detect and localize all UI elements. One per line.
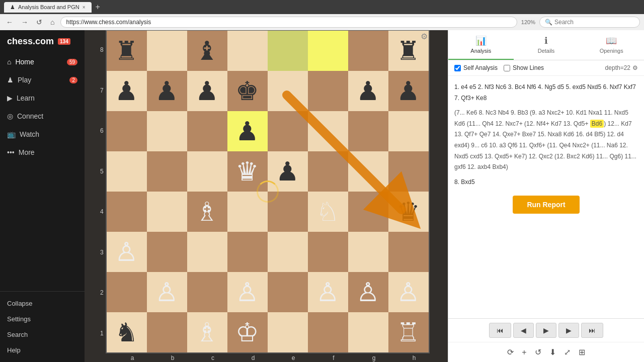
- self-analysis-checkbox[interactable]: [454, 65, 461, 71]
- refresh-btn[interactable]: ↺: [34, 17, 44, 27]
- cell-c6[interactable]: [187, 111, 227, 151]
- cell-e7[interactable]: [268, 71, 308, 111]
- cell-h3[interactable]: [388, 232, 429, 272]
- browser-search[interactable]: 🔍: [539, 17, 640, 28]
- cell-b5[interactable]: [147, 151, 187, 192]
- download-btn[interactable]: ⬇: [547, 345, 558, 359]
- cell-h1[interactable]: ♖: [388, 312, 429, 352]
- cell-a7[interactable]: ♟: [107, 71, 147, 111]
- home-btn[interactable]: ⌂: [48, 17, 56, 27]
- cell-f8[interactable]: [308, 31, 348, 71]
- cell-h5[interactable]: [388, 151, 429, 192]
- cell-g5[interactable]: [348, 151, 388, 192]
- cell-a2[interactable]: [107, 272, 147, 312]
- cell-a8[interactable]: ♜: [107, 31, 147, 71]
- cell-c7[interactable]: ♟: [187, 71, 227, 111]
- cell-d8[interactable]: [227, 31, 268, 71]
- cell-b8[interactable]: [147, 31, 187, 71]
- cell-c3[interactable]: [187, 232, 227, 272]
- run-report-btn[interactable]: Run Report: [513, 196, 579, 214]
- cell-f6[interactable]: [308, 111, 348, 151]
- cell-f3[interactable]: [308, 232, 348, 272]
- cell-g8[interactable]: [348, 31, 388, 71]
- cell-h2[interactable]: ♙: [388, 272, 429, 312]
- sidebar-item-learn[interactable]: ▶ Learn: [0, 89, 85, 107]
- cell-e6[interactable]: [268, 111, 308, 151]
- flip-board-btn[interactable]: ⟳: [505, 345, 516, 359]
- cell-d7[interactable]: ♚: [227, 71, 268, 111]
- first-move-btn[interactable]: ⏮: [489, 323, 511, 338]
- cell-a5[interactable]: [107, 151, 147, 192]
- cell-f4[interactable]: ♘: [308, 192, 348, 232]
- board-settings-btn[interactable]: ⚙: [419, 30, 430, 43]
- cell-c5[interactable]: [187, 151, 227, 192]
- cell-c2[interactable]: [187, 272, 227, 312]
- new-tab-btn[interactable]: +: [94, 3, 102, 12]
- sidebar-item-more[interactable]: ••• More: [0, 143, 85, 161]
- cell-f5[interactable]: [308, 151, 348, 192]
- menu-btn[interactable]: ⊞: [577, 345, 587, 359]
- cell-h7[interactable]: ♟: [388, 71, 429, 111]
- add-btn[interactable]: +: [520, 346, 528, 359]
- tab-analysis[interactable]: 📊 Analysis: [448, 30, 514, 60]
- tab-details[interactable]: ℹ Details: [514, 30, 579, 60]
- cell-b3[interactable]: [147, 232, 187, 272]
- cell-d2[interactable]: ♙: [227, 272, 268, 312]
- next-move-btn[interactable]: ▶: [558, 323, 579, 338]
- browser-search-input[interactable]: [554, 19, 625, 26]
- cell-b7[interactable]: ♟: [147, 71, 187, 111]
- play-btn[interactable]: ▶: [536, 323, 556, 338]
- address-bar[interactable]: [60, 17, 517, 28]
- tab-openings[interactable]: 📖 Openings: [579, 30, 644, 60]
- cell-e8[interactable]: [268, 31, 308, 71]
- cell-c8[interactable]: ♝: [187, 31, 227, 71]
- show-lines-checkbox-label[interactable]: Show Lines: [504, 64, 544, 71]
- cell-g7[interactable]: ♟: [348, 71, 388, 111]
- sidebar-collapse-btn[interactable]: Collapse: [0, 296, 85, 311]
- cell-b2[interactable]: ♙: [147, 272, 187, 312]
- cell-a6[interactable]: [107, 111, 147, 151]
- sidebar-item-play[interactable]: ♟ Play 2: [0, 71, 85, 89]
- cell-a3[interactable]: ♙: [107, 232, 147, 272]
- cell-e3[interactable]: [268, 232, 308, 272]
- cell-b6[interactable]: [147, 111, 187, 151]
- cell-a1[interactable]: ♞: [107, 312, 147, 352]
- settings-icon[interactable]: ⚙: [632, 64, 638, 71]
- sidebar-item-connect[interactable]: ◎ Connect: [0, 107, 85, 125]
- cell-d1[interactable]: ♔: [227, 312, 268, 352]
- cell-e2[interactable]: [268, 272, 308, 312]
- cell-g2[interactable]: ♙: [348, 272, 388, 312]
- sidebar-search-btn[interactable]: Search: [0, 327, 85, 342]
- back-btn[interactable]: ←: [4, 17, 15, 27]
- cell-b4[interactable]: [147, 192, 187, 232]
- cell-a4[interactable]: [107, 192, 147, 232]
- prev-move-btn[interactable]: ◀: [513, 323, 534, 338]
- undo-btn[interactable]: ↺: [533, 345, 543, 359]
- cell-c1[interactable]: ♗: [187, 312, 227, 352]
- show-lines-checkbox[interactable]: [504, 65, 510, 71]
- cell-g3[interactable]: [348, 232, 388, 272]
- cell-g1[interactable]: [348, 312, 388, 352]
- tab-close-btn[interactable]: ×: [83, 5, 86, 10]
- last-move-btn[interactable]: ⏭: [581, 323, 603, 338]
- sidebar-help-btn[interactable]: Help: [0, 342, 85, 358]
- cell-d6[interactable]: ♟: [227, 111, 268, 151]
- sidebar-item-home[interactable]: ⌂ Home 59: [0, 53, 85, 71]
- cell-e1[interactable]: [268, 312, 308, 352]
- sidebar-item-watch[interactable]: 📺 Watch: [0, 125, 85, 143]
- self-analysis-checkbox-label[interactable]: Self Analysis: [454, 64, 498, 71]
- cell-f7[interactable]: [308, 71, 348, 111]
- sidebar-settings-btn[interactable]: Settings: [0, 311, 85, 327]
- cell-c4[interactable]: ♗: [187, 192, 227, 232]
- cell-f2[interactable]: ♙: [308, 272, 348, 312]
- cell-h4[interactable]: ♛: [388, 192, 429, 232]
- cell-d3[interactable]: [227, 232, 268, 272]
- cell-f1[interactable]: [308, 312, 348, 352]
- cell-b1[interactable]: [147, 312, 187, 352]
- forward-btn[interactable]: →: [19, 17, 30, 27]
- cell-g4[interactable]: [348, 192, 388, 232]
- active-tab[interactable]: ♟ Analysis Board and PGN ×: [4, 2, 92, 13]
- share-btn[interactable]: ⤢: [562, 345, 573, 359]
- cell-h6[interactable]: [388, 111, 429, 151]
- cell-g6[interactable]: [348, 111, 388, 151]
